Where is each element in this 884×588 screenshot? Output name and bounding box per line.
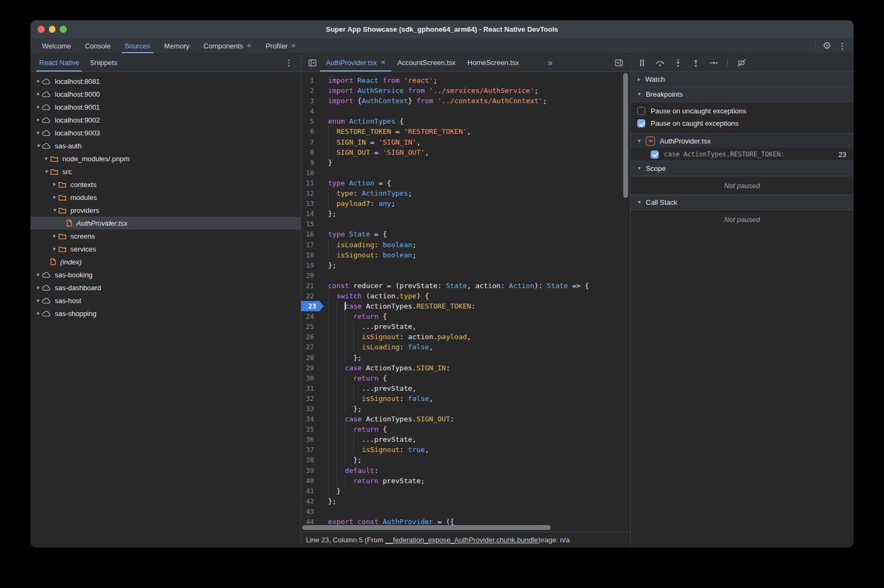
gutter-line[interactable]: 38 [301,455,324,465]
code-line[interactable]: type Action = { [324,178,630,188]
gutter-line[interactable]: 21 [301,281,324,291]
code-line[interactable]: return { [324,373,630,383]
code-line[interactable]: ...prevState, [324,383,630,393]
code-line[interactable]: isSignout: false, [324,393,630,404]
code-line[interactable]: import AuthService from '../services/Aut… [324,85,630,96]
code-line[interactable]: import React from 'react'; [324,75,630,85]
tree-item-sas-dashboard[interactable]: sas-dashboard [31,281,301,294]
code-line[interactable]: return prevState; [324,476,630,486]
gutter-line[interactable]: 36 [301,434,324,444]
tree-item-sas-auth[interactable]: sas-auth [31,139,301,152]
tree-expand-arrow-icon[interactable] [51,183,58,186]
code-line[interactable]: case ActionTypes.SIGN_OUT: [324,414,630,424]
tree-expand-arrow-icon[interactable] [35,118,42,121]
code-line[interactable]: isSignout: boolean; [324,250,630,260]
tree-expand-arrow-icon[interactable] [35,80,42,83]
tree-item-contexts[interactable]: contexts [31,178,301,191]
code-line[interactable]: RESTORE_TOKEN = 'RESTORE_TOKEN', [324,126,630,137]
code-line[interactable]: isLoading: false, [324,342,630,352]
gutter-line[interactable]: 13 [301,198,324,209]
gutter-line[interactable]: 28 [301,353,324,363]
code-line[interactable]: type: ActionTypes; [324,188,630,198]
tree-collapse-arrow-icon[interactable] [35,145,42,147]
code-lines[interactable]: import React from 'react';import AuthSer… [324,72,630,532]
gutter-line[interactable]: 16 [301,229,324,239]
checkbox-checked[interactable] [637,119,645,127]
tree-item-localhost-8081[interactable]: localhost:8081 [31,75,301,88]
close-tab-icon[interactable]: ✕ [381,59,386,66]
code-line[interactable] [324,270,630,281]
gutter-line[interactable]: 14 [301,209,324,219]
gutter-line[interactable]: 5 [301,116,324,126]
code-line[interactable]: ...prevState, [324,434,630,444]
code-line[interactable]: default: [324,465,630,476]
tree-item-localhost-9001[interactable]: localhost:9001 [31,101,301,113]
gutter-line[interactable]: 6 [301,126,324,137]
gutter-line[interactable]: 1 [301,75,324,85]
tree-expand-arrow-icon[interactable] [35,312,42,315]
code-line[interactable]: }; [324,353,630,363]
code-line[interactable]: type State = { [324,229,630,239]
tree-expand-arrow-icon[interactable] [43,157,50,160]
exception-toggle-pause-on-caught-exceptions[interactable]: Pause on caught exceptions [631,117,853,130]
tree-item-node-modules-pnpm[interactable]: node_modules/.pnpm [31,152,301,165]
tree-item-localhost-9002[interactable]: localhost:9002 [31,113,301,126]
gutter-line[interactable]: 10 [301,168,324,178]
tree-item-index[interactable]: (index) [31,255,301,268]
gutter-line[interactable]: 41 [301,486,324,496]
code-line[interactable]: SIGN_IN = 'SIGN_IN', [324,137,630,147]
tree-expand-arrow-icon[interactable] [51,234,58,238]
code-editor[interactable]: 1234567891011121314151617181920212223242… [301,72,630,532]
tree-item-screens[interactable]: screens [31,230,301,242]
watch-section-header[interactable]: Watch [631,72,853,87]
gutter-line[interactable]: 31 [301,383,324,393]
code-line[interactable]: } [324,157,630,168]
tree-collapse-arrow-icon[interactable] [43,170,50,173]
code-line[interactable]: isSignout: action.payload, [324,332,630,342]
editor-tab-homescreen-tsx[interactable]: HomeScreen.tsx [461,54,525,71]
step-out-icon[interactable] [691,59,700,67]
deactivate-breakpoints-icon[interactable] [737,59,746,67]
tree-expand-arrow-icon[interactable] [51,196,58,199]
gutter-line[interactable]: 22 [301,291,324,301]
gutter-line[interactable]: 15 [301,219,324,229]
code-line[interactable] [324,219,630,229]
gutter-line[interactable]: 17 [301,240,324,250]
gutter-line[interactable]: 20 [301,270,324,281]
code-line[interactable]: }; [324,455,630,465]
navigator-more-options-icon[interactable]: ⋮ [285,54,301,71]
checkbox-unchecked[interactable] [637,107,645,115]
code-line[interactable]: } [324,486,630,496]
gutter-line[interactable]: 25 [301,321,324,332]
navigator-tab-react-native[interactable]: React Native [34,54,84,71]
zoom-window-button[interactable] [60,26,67,33]
step-over-icon[interactable] [655,59,665,67]
tree-expand-arrow-icon[interactable] [35,131,42,134]
code-line[interactable]: ...prevState, [324,321,630,332]
gutter-line[interactable]: 2 [301,85,324,96]
more-tabs-chevron[interactable]: » [547,54,552,71]
gutter-line[interactable]: 35 [301,424,324,434]
code-line[interactable]: isLoading: boolean; [324,240,630,250]
code-line[interactable] [324,168,630,178]
tree-expand-arrow-icon[interactable] [35,286,42,289]
pause-icon[interactable] [638,59,646,67]
step-into-icon[interactable] [674,59,682,67]
editor-tab-accountscreen-tsx[interactable]: AccountScreen.tsx [391,54,461,71]
step-icon[interactable] [709,59,718,67]
main-tab-welcome[interactable]: Welcome [35,38,78,53]
gutter-line[interactable]: 29 [301,363,324,373]
main-tab-memory[interactable]: Memory [157,38,196,53]
tree-collapse-arrow-icon[interactable] [51,209,58,212]
close-window-button[interactable] [38,26,45,33]
code-line[interactable]: return { [324,424,630,434]
tree-expand-arrow-icon[interactable] [51,247,58,250]
tree-item-localhost-9000[interactable]: localhost:9000 [31,88,301,101]
gutter-line[interactable]: 8 [301,147,324,157]
gutter-line[interactable]: 34 [301,414,324,424]
code-line[interactable]: payload?: any; [324,198,630,209]
code-line[interactable]: case ActionTypes.SIGN_IN: [324,363,630,373]
code-line[interactable]: import {AuthContext} from '../contexts/A… [324,96,630,106]
code-line[interactable]: isSignout: true, [324,444,630,455]
more-options-icon[interactable]: ⋮ [838,42,846,50]
